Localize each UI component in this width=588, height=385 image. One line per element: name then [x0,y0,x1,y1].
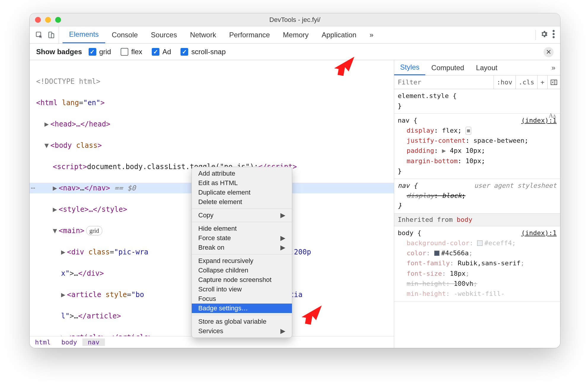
svg-rect-2 [51,33,54,38]
checkbox-grid[interactable] [89,48,96,56]
devtools-window: DevTools - jec.fyi/ Elements Console Sou… [30,13,560,348]
ctx-capture-screenshot[interactable]: Capture node screenshot [192,275,292,285]
ctx-collapse-children[interactable]: Collapse children [192,266,292,275]
close-badges-bar-button[interactable]: ✕ [544,47,554,57]
ctx-break-on[interactable]: Break on▶ [192,243,292,252]
main-split: <!DOCTYPE html> <html lang="en"> ▶<head>… [30,60,560,348]
crumb-html[interactable]: html [30,339,56,346]
tab-elements[interactable]: Elements [63,26,105,43]
breadcrumbs: html body nav [30,336,394,348]
badge-option-ad[interactable]: Ad [152,48,171,56]
cls-toggle[interactable]: .cls [515,76,537,89]
prop-display[interactable]: display: flex; ▦ [398,126,557,136]
tab-network[interactable]: Network [183,26,223,43]
prop-margin-bottom[interactable]: margin-bottom: 10px; [398,156,557,166]
settings-gear-icon[interactable] [540,30,548,40]
styles-filter-input[interactable] [394,78,493,86]
selected-row-gutter-icon: ⋯ [31,183,35,193]
show-badges-label: Show badges [36,48,82,56]
tab-performance[interactable]: Performance [223,26,276,43]
ctx-duplicate-element[interactable]: Duplicate element [192,188,292,197]
dom-head[interactable]: ▶<head>…</head> [30,119,394,129]
checkbox-ad[interactable] [152,48,159,56]
grid-badge[interactable]: grid [86,226,102,235]
submenu-arrow-icon: ▶ [280,244,285,251]
window-title: DevTools - jec.fyi/ [30,16,560,24]
ctx-force-state[interactable]: Force state▶ [192,233,292,243]
crumb-body[interactable]: body [56,339,82,346]
new-rule-button[interactable]: + [537,76,547,89]
badge-option-grid[interactable]: grid [89,48,111,56]
svg-point-5 [553,36,555,38]
inherited-from-label: Inherited from body [394,214,560,226]
styles-tab-layout[interactable]: Layout [470,60,503,75]
titlebar: DevTools - jec.fyi/ [30,13,560,26]
ctx-badge-settings[interactable]: Badge settings… [192,304,292,313]
ctx-hide-element[interactable]: Hide element [192,224,292,233]
rule-nav[interactable]: nav {(index):1 display: flex; ▦ justify-… [394,114,560,179]
ctx-add-attribute[interactable]: Add attribute [192,169,292,178]
checkbox-flex[interactable] [121,48,128,56]
styles-pane: Styles Computed Layout » :hov .cls + ele… [394,60,560,348]
more-options-icon[interactable] [552,30,555,40]
show-badges-bar: Show badges grid flex Ad scroll-snap ✕ [30,44,560,60]
ctx-copy[interactable]: Copy▶ [192,211,292,220]
rule-nav-ua[interactable]: nav {user agent stylesheet display: bloc… [394,179,560,214]
ctx-focus[interactable]: Focus [192,294,292,304]
tab-memory[interactable]: Memory [277,26,315,43]
hov-toggle[interactable]: :hov [493,76,515,89]
styles-tabs: Styles Computed Layout » [394,60,560,76]
prop-bgcolor[interactable]: background-color: #eceff4; [398,238,557,248]
styles-filter-row: :hov .cls + [394,76,560,89]
crumb-nav[interactable]: nav [82,339,105,346]
ctx-edit-as-html[interactable]: Edit as HTML [192,178,292,188]
dom-html-open[interactable]: <html lang="en"> [30,97,394,108]
sidebar-toggle-icon[interactable] [547,76,560,89]
annotation-arrow-bottom [296,301,323,327]
prop-font-family[interactable]: font-family: Rubik,sans-serif; [398,258,557,268]
styles-tab-styles[interactable]: Styles [394,60,425,75]
styles-tabs-overflow-icon[interactable]: » [552,64,560,72]
badge-option-scroll-snap[interactable]: scroll-snap [180,48,226,56]
tabs-overflow-icon[interactable]: » [363,26,380,43]
inspect-element-icon[interactable] [34,30,44,40]
prop-padding[interactable]: padding: ▶ 4px 10px; [398,146,557,156]
ctx-expand-recursively[interactable]: Expand recursively [192,256,292,266]
ctx-services[interactable]: Services▶ [192,326,292,336]
svg-point-3 [553,30,555,32]
prop-color[interactable]: color: #4c566a; [398,248,557,258]
styles-body[interactable]: element.style { } AA nav {(index):1 disp… [394,89,560,348]
toolbar-right [536,30,560,40]
toolbar-left-tools [30,26,59,43]
submenu-arrow-icon: ▶ [280,211,285,219]
checkbox-scroll-snap[interactable] [180,48,188,56]
color-swatch-icon[interactable] [477,240,482,246]
rule-element-style[interactable]: element.style { } AA [394,89,560,114]
ctx-store-global[interactable]: Store as global variable [192,317,292,326]
device-toolbar-icon[interactable] [46,30,56,40]
flex-editor-icon[interactable]: ▦ [466,127,472,135]
prop-font-size[interactable]: font-size: 18px; [398,269,557,279]
styles-tab-computed[interactable]: Computed [425,60,470,75]
dom-body-open[interactable]: ▼<body class> [30,140,394,151]
submenu-arrow-icon: ▶ [280,327,285,335]
tab-application[interactable]: Application [315,26,363,43]
rule-source-link-body[interactable]: (index):1 [521,228,557,238]
prop-display-block-ua[interactable]: display: block; [398,191,557,201]
context-menu: Add attribute Edit as HTML Duplicate ele… [191,167,292,338]
rule-body[interactable]: body {(index):1 background-color: #eceff… [394,226,560,301]
tab-sources[interactable]: Sources [144,26,183,43]
ctx-delete-element[interactable]: Delete element [192,197,292,207]
main-toolbar: Elements Console Sources Network Perform… [30,26,560,44]
prop-min-height-struck[interactable]: min-height: 100vh; [398,279,557,289]
font-contrast-icon[interactable]: AA [549,111,556,120]
prop-justify-content[interactable]: justify-content: space-between; [398,136,557,146]
submenu-arrow-icon: ▶ [280,234,285,242]
prop-min-height-2[interactable]: min-height: -webkit-fill- [398,289,557,299]
svg-point-4 [553,33,555,35]
tab-console[interactable]: Console [105,26,144,43]
annotation-arrow-top [329,52,356,78]
badge-option-flex[interactable]: flex [121,48,142,56]
color-swatch-icon[interactable] [434,251,440,256]
ctx-scroll-into-view[interactable]: Scroll into view [192,285,292,294]
